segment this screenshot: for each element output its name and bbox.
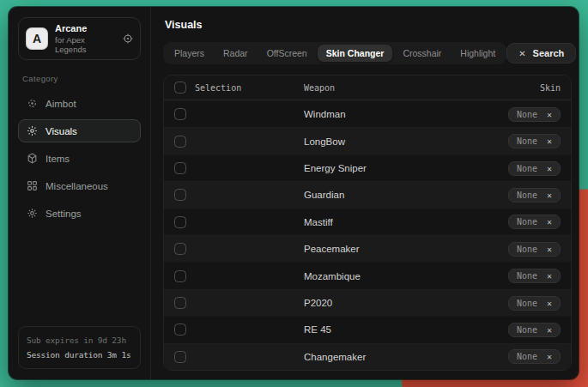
table-row: RE 45 None ✕ (164, 316, 571, 342)
toolbar: Players Radar OffScreen Skin Changer Cro… (163, 42, 572, 64)
skin-select-badge[interactable]: None ✕ (508, 323, 561, 337)
session-info-card: Sub expires in 9d 23h Session duration 3… (18, 326, 141, 369)
clear-skin-icon[interactable]: ✕ (547, 217, 552, 227)
tab-skin-changer[interactable]: Skin Changer (318, 45, 393, 62)
sidebar: A Arcane for Apex Legends Category (9, 7, 151, 379)
sidebar-item-label: Aimbot (45, 99, 76, 109)
sub-expiry-text: Sub expires in 9d 23h (27, 333, 132, 348)
close-icon: ✕ (518, 49, 525, 58)
app-logo: A (26, 27, 48, 50)
table-row: Peacemaker None ✕ (164, 235, 571, 262)
table-row: Mozambique None ✕ (164, 262, 571, 288)
search-button[interactable]: ✕ Search (506, 43, 576, 63)
table-row: Changemaker None ✕ (164, 343, 571, 370)
table-row: LongBow None ✕ (164, 127, 571, 154)
weapon-name: P2020 (304, 298, 508, 308)
clear-skin-icon[interactable]: ✕ (547, 136, 552, 146)
clear-skin-icon[interactable]: ✕ (547, 352, 552, 361)
clear-skin-icon[interactable]: ✕ (547, 164, 552, 173)
row-checkbox[interactable] (174, 189, 186, 201)
weapon-name: Guardian (304, 190, 508, 200)
skin-select-badge[interactable]: None ✕ (508, 215, 561, 229)
clear-skin-icon[interactable]: ✕ (547, 299, 552, 308)
row-checkbox[interactable] (174, 324, 186, 336)
weapon-name: Energy Sniper (304, 163, 508, 173)
row-checkbox[interactable] (174, 162, 186, 174)
sidebar-item-settings[interactable]: Settings (18, 202, 141, 225)
skin-select-badge[interactable]: None ✕ (508, 188, 561, 203)
brand-card: A Arcane for Apex Legends (18, 17, 141, 60)
tab-offscreen[interactable]: OffScreen (258, 45, 316, 62)
search-button-label: Search (533, 48, 565, 58)
table-body: Windman None ✕ LongBow None ✕ Energy Sni… (164, 100, 571, 370)
cube-icon (27, 153, 38, 164)
skin-select-badge[interactable]: None ✕ (508, 296, 561, 311)
sidebar-item-miscellaneous[interactable]: Miscellaneous (18, 174, 141, 197)
select-all-checkbox[interactable] (174, 82, 186, 94)
app-subtitle: for Apex Legends (55, 35, 116, 54)
skin-value: None (517, 325, 537, 335)
row-checkbox[interactable] (174, 351, 186, 363)
crosshair-icon (27, 98, 38, 109)
row-checkbox[interactable] (174, 216, 186, 228)
sidebar-item-label: Miscellaneous (45, 181, 108, 191)
header-selection: Selection (195, 83, 241, 93)
app-window: A Arcane for Apex Legends Category (9, 7, 579, 379)
tab-bar: Players Radar OffScreen Skin Changer Cro… (163, 42, 506, 64)
clear-skin-icon[interactable]: ✕ (547, 190, 552, 200)
app-name: Arcane (55, 23, 116, 33)
session-duration-text: Session duration 3m 1s (27, 348, 132, 362)
table-row: P2020 None ✕ (164, 289, 571, 316)
clear-skin-icon[interactable]: ✕ (547, 245, 552, 254)
weapon-name: LongBow (304, 136, 508, 147)
row-checkbox[interactable] (174, 297, 186, 309)
category-label: Category (22, 74, 136, 83)
row-checkbox[interactable] (174, 243, 186, 255)
skin-select-badge[interactable]: None ✕ (508, 269, 561, 283)
skin-select-badge[interactable]: None ✕ (508, 349, 561, 364)
table-row: Guardian None ✕ (164, 181, 571, 208)
header-weapon: Weapon (304, 83, 540, 93)
row-checkbox[interactable] (174, 270, 186, 282)
table-row: Windman None ✕ (164, 100, 571, 127)
sidebar-item-label: Visuals (45, 126, 77, 136)
main-panel: Visuals Players Radar OffScreen Skin Cha… (151, 7, 579, 379)
grid-icon (27, 180, 38, 191)
skin-value: None (517, 136, 537, 146)
weapon-name: Changemaker (304, 352, 508, 362)
skin-value: None (517, 245, 537, 254)
row-checkbox[interactable] (174, 136, 186, 148)
clear-skin-icon[interactable]: ✕ (547, 271, 552, 281)
table-row: Energy Sniper None ✕ (164, 154, 571, 181)
skin-select-badge[interactable]: None ✕ (508, 161, 561, 176)
row-checkbox[interactable] (174, 108, 186, 120)
brand-text: Arcane for Apex Legends (55, 23, 116, 54)
weapon-name: Windman (304, 109, 508, 119)
header-skin: Skin (540, 83, 561, 93)
clear-skin-icon[interactable]: ✕ (547, 110, 552, 119)
tab-highlight[interactable]: Highlight (452, 45, 504, 62)
gear-icon (27, 208, 38, 219)
sidebar-item-items[interactable]: Items (18, 147, 141, 170)
skin-select-badge[interactable]: None ✕ (508, 242, 561, 257)
skin-select-badge[interactable]: None ✕ (508, 134, 561, 148)
sidebar-item-label: Items (45, 154, 70, 164)
skin-value: None (517, 299, 537, 308)
tab-radar[interactable]: Radar (215, 45, 257, 62)
skin-value: None (517, 271, 537, 281)
skin-value: None (517, 110, 537, 119)
target-icon[interactable] (123, 33, 133, 44)
skin-value: None (517, 352, 537, 361)
skin-value: None (517, 164, 537, 173)
weapon-name: Mozambique (304, 271, 508, 281)
weapon-name: Mastiff (304, 217, 508, 227)
tab-crosshair[interactable]: Crosshair (394, 45, 450, 62)
sidebar-item-visuals[interactable]: Visuals (18, 119, 141, 142)
sidebar-nav: Aimbot Visuals Items (18, 92, 141, 225)
sidebar-item-aimbot[interactable]: Aimbot (18, 92, 141, 115)
clear-skin-icon[interactable]: ✕ (547, 325, 552, 335)
skin-select-badge[interactable]: None ✕ (508, 107, 561, 122)
focus-icon (27, 125, 38, 136)
tab-players[interactable]: Players (166, 45, 213, 62)
skin-value: None (517, 190, 537, 200)
